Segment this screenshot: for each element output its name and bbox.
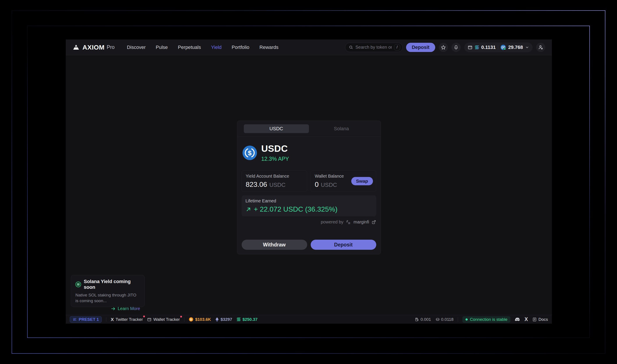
toast-title: Solana Yield coming soon [84, 279, 140, 290]
learn-more-link[interactable]: Learn More [76, 306, 140, 311]
arrow-right-icon [111, 306, 116, 311]
eth-price-value: $3297 [220, 317, 232, 322]
btc-price-value: $103.6K [195, 317, 211, 322]
search-icon [349, 45, 353, 50]
toast-body: Native SOL staking through JITO is comin… [76, 292, 140, 303]
search-input[interactable]: Search by token or CA... / [345, 43, 403, 52]
priority-fee-metric: 0.0118 [436, 317, 454, 322]
sol-balance: 0.1131 [481, 44, 496, 50]
status-bar-right: 0.001 0.0118 Connection is stable [415, 316, 548, 323]
app-window: AXIOM Pro Discover Pulse Perpetuals Yiel… [66, 39, 552, 324]
x-icon: X [525, 316, 528, 322]
wallet-balances-pill[interactable]: 0.1131 $ 29.768 [464, 42, 533, 52]
token-name: USDC [261, 143, 289, 154]
twitter-tracker-button[interactable]: X Twitter Tracker [111, 317, 143, 322]
gas-value: 0.001 [421, 317, 431, 322]
nav-item-yield[interactable]: Yield [211, 44, 221, 50]
discord-icon [515, 317, 520, 322]
solana-icon [475, 45, 479, 49]
nav-item-perpetuals[interactable]: Perpetuals [178, 44, 201, 50]
solana-yield-toast[interactable]: Solana Yield coming soon Native SOL stak… [71, 275, 145, 307]
token-header: $ USDC 12.3% APY [242, 143, 376, 162]
user-gear-icon [538, 45, 543, 50]
top-nav-bar: AXIOM Pro Discover Pulse Perpetuals Yiel… [66, 39, 552, 55]
marginfi-logo-icon [346, 220, 351, 224]
usdc-balance: 29.768 [508, 44, 523, 50]
swap-button[interactable]: Swap [351, 177, 373, 185]
preset-label: PRESET 1 [79, 317, 99, 322]
yield-balance-value: 823.06 [246, 181, 267, 189]
notification-dot [180, 316, 182, 317]
yield-account-balance-box: Yield Account Balance 823.06 USDC [242, 170, 307, 192]
lifetime-earned-label: Lifetime Earned [245, 198, 372, 204]
divider [106, 317, 106, 322]
docs-button[interactable]: Docs [532, 317, 548, 322]
nav-item-rewards[interactable]: Rewards [259, 44, 279, 50]
bell-icon [454, 45, 459, 50]
nav-item-portfolio[interactable]: Portfolio [232, 44, 249, 50]
bitcoin-icon: ₿ [189, 317, 193, 322]
withdraw-button[interactable]: Withdraw [242, 240, 307, 250]
search-shortcut-key: / [394, 44, 400, 51]
powered-by-prefix: powered by [321, 220, 343, 224]
notifications-button[interactable] [451, 43, 461, 52]
svg-text:$: $ [248, 149, 252, 156]
account-settings-button[interactable] [536, 43, 545, 52]
axiom-triangle-icon [72, 44, 80, 51]
wallet-tracker-icon [147, 317, 152, 322]
eth-price[interactable]: $3297 [215, 317, 232, 322]
yield-balance-label: Yield Account Balance [246, 174, 303, 179]
gas-pump-icon [415, 317, 419, 322]
search-placeholder: Search by token or CA... [355, 45, 392, 50]
tab-usdc[interactable]: USDC [244, 124, 309, 133]
connection-dot-icon [465, 318, 468, 321]
lifetime-earned-box: Lifetime Earned + 22.072 USDC (36.325%) [242, 195, 376, 216]
wallet-balance-unit: USDC [321, 182, 337, 188]
svg-text:₿: ₿ [190, 318, 192, 321]
powered-by-name: marginfi [353, 220, 369, 224]
solana-green-bars-icon [237, 317, 241, 321]
gas-metric: 0.001 [415, 317, 431, 322]
nav-item-pulse[interactable]: Pulse [156, 44, 168, 50]
tab-solana[interactable]: Solana [309, 124, 374, 133]
preset-button[interactable]: PRESET 1 [70, 316, 102, 323]
brand-logo[interactable]: AXIOM Pro [72, 44, 115, 51]
docs-label: Docs [539, 317, 548, 322]
wallet-balance-value: 0 [315, 181, 319, 189]
watchlist-button[interactable] [439, 43, 448, 52]
docs-icon [532, 317, 537, 322]
connection-status-badge: Connection is stable [463, 316, 510, 323]
main-nav: Discover Pulse Perpetuals Yield Portfoli… [127, 44, 279, 50]
yield-card: USDC Solana $ USDC 12.3% APY [237, 121, 381, 254]
deposit-button-header[interactable]: Deposit [406, 43, 435, 52]
wallet-tracker-button[interactable]: Wallet Tracker [147, 317, 180, 322]
usdc-logo-icon: $ [243, 146, 257, 160]
star-icon [441, 45, 446, 50]
preset-sliders-icon [73, 317, 77, 322]
nav-item-discover[interactable]: Discover [127, 44, 146, 50]
arrow-up-right-icon [245, 207, 251, 212]
learn-more-label: Learn More [118, 306, 140, 311]
lifetime-earned-value: + 22.072 USDC (36.325%) [254, 205, 338, 213]
status-bar: PRESET 1 X Twitter Tracker Wallet Tracke… [66, 315, 552, 324]
external-link-icon [372, 220, 376, 224]
notification-dot [143, 315, 145, 317]
solana-green-icon [76, 282, 81, 287]
card-actions: Withdraw Deposit [242, 240, 376, 250]
btc-price[interactable]: ₿ $103.6K [189, 317, 211, 322]
powered-by-row[interactable]: powered by marginfi [242, 220, 376, 224]
x-social-button[interactable]: X [525, 316, 528, 322]
connection-label: Connection is stable [470, 317, 507, 322]
coin-icon [436, 317, 440, 322]
yield-balance-unit: USDC [269, 182, 285, 188]
usdc-coin-icon: $ [500, 44, 506, 50]
wallet-balance-box: Wallet Balance 0 USDC Swap [311, 170, 376, 192]
divider [184, 317, 184, 322]
header-right-group: Search by token or CA... / Deposit [345, 42, 545, 52]
token-apy: 12.3% APY [261, 156, 289, 162]
deposit-button-card[interactable]: Deposit [311, 240, 376, 250]
wallet-icon [468, 45, 473, 50]
sol-price[interactable]: $250.37 [237, 317, 258, 322]
yield-card-body: $ USDC 12.3% APY Yield Account Balance 8… [237, 137, 381, 254]
discord-button[interactable] [515, 317, 520, 322]
